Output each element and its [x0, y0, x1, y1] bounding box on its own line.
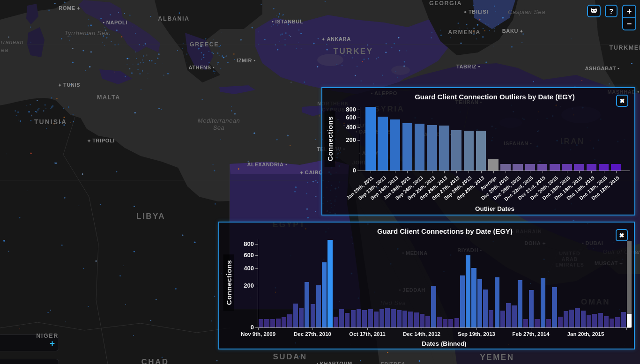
histogram-bar[interactable]: [420, 314, 424, 327]
histogram-bar[interactable]: [604, 316, 609, 327]
histogram-bar[interactable]: [610, 319, 614, 327]
histogram-bar[interactable]: [621, 312, 626, 327]
outlier-bar[interactable]: [537, 164, 548, 171]
histogram-bar[interactable]: [552, 287, 557, 327]
region-summary-card[interactable]: +: [0, 359, 59, 364]
histogram-bar[interactable]: [448, 319, 453, 327]
outlier-bar[interactable]: [451, 130, 461, 171]
histogram-bar[interactable]: [380, 309, 384, 327]
outlier-bar[interactable]: [500, 164, 511, 171]
histogram-bar[interactable]: [627, 314, 632, 327]
histogram-bar[interactable]: [259, 319, 263, 327]
outlier-bar[interactable]: [587, 164, 597, 171]
histogram-bar[interactable]: [529, 290, 534, 327]
histogram-bar[interactable]: [311, 304, 315, 327]
outlier-bar[interactable]: [574, 164, 584, 171]
close-icon[interactable]: ✖: [616, 95, 628, 107]
outlier-bar[interactable]: [513, 164, 523, 171]
histogram-bar[interactable]: [293, 304, 298, 327]
histogram-bar[interactable]: [500, 311, 505, 327]
histogram-bar[interactable]: [564, 311, 568, 327]
histogram-bar[interactable]: [414, 312, 419, 327]
histogram-bar[interactable]: [345, 313, 350, 327]
histogram-bar[interactable]: [592, 314, 597, 327]
outlier-bar[interactable]: [365, 107, 376, 171]
outlier-bar[interactable]: [390, 119, 400, 171]
histogram-bar[interactable]: [270, 319, 275, 327]
zoom-in-button[interactable]: +: [623, 6, 635, 17]
histogram-bar[interactable]: [477, 279, 482, 327]
outlier-bar[interactable]: [562, 164, 572, 171]
histogram-bar[interactable]: [506, 303, 511, 327]
histogram-bar[interactable]: [495, 277, 499, 327]
histogram-bar[interactable]: [305, 282, 309, 328]
outlier-bar[interactable]: [402, 123, 413, 171]
zoom-control: + −: [622, 5, 636, 30]
outlier-bar[interactable]: [525, 164, 536, 171]
histogram-bar[interactable]: [276, 319, 281, 327]
help-button[interactable]: ?: [605, 5, 618, 17]
histogram-bar[interactable]: [483, 290, 488, 327]
histogram-bar[interactable]: [437, 317, 442, 328]
histogram-bar[interactable]: [327, 240, 332, 327]
histogram-bar[interactable]: [615, 317, 620, 327]
histogram-bar[interactable]: [431, 286, 436, 327]
histogram-chart-plot: Connections0200400600800Nov 9th, 2009Dec…: [219, 223, 634, 349]
histogram-bar[interactable]: [541, 278, 545, 327]
outlier-bar[interactable]: [550, 164, 560, 171]
histogram-bar[interactable]: [546, 319, 551, 327]
histogram-bar[interactable]: [512, 305, 516, 328]
histogram-bar[interactable]: [334, 317, 338, 328]
outlier-bar[interactable]: [439, 126, 449, 171]
histogram-bar[interactable]: [535, 319, 539, 327]
outlier-bar[interactable]: [415, 124, 425, 171]
histogram-bar[interactable]: [322, 262, 327, 327]
histogram-bar[interactable]: [518, 280, 522, 328]
github-button[interactable]: [587, 5, 601, 17]
histogram-bar[interactable]: [287, 314, 292, 327]
histogram-bar[interactable]: [466, 255, 470, 327]
map-label: NIGER: [36, 333, 59, 339]
histogram-bar[interactable]: [575, 308, 580, 327]
histogram-bar[interactable]: [351, 310, 356, 327]
histogram-bar[interactable]: [489, 310, 493, 327]
outlier-bar[interactable]: [476, 131, 486, 171]
histogram-bar[interactable]: [316, 285, 321, 327]
histogram-bar[interactable]: [443, 319, 447, 327]
histogram-bar[interactable]: [299, 308, 304, 327]
histogram-bar[interactable]: [282, 317, 286, 327]
histogram-bar[interactable]: [408, 312, 413, 327]
histogram-bar[interactable]: [598, 313, 603, 327]
histogram-bar[interactable]: [454, 318, 459, 327]
histogram-bar[interactable]: [471, 268, 476, 327]
histogram-bar[interactable]: [558, 317, 563, 328]
outlier-bar[interactable]: [611, 164, 621, 171]
histogram-bar[interactable]: [339, 309, 344, 327]
histogram-bar[interactable]: [368, 309, 372, 327]
outlier-bar[interactable]: [488, 159, 499, 171]
y-axis-line: [360, 107, 360, 171]
outlier-bar[interactable]: [464, 131, 474, 171]
histogram-bar[interactable]: [385, 308, 390, 327]
outlier-bar[interactable]: [427, 125, 437, 171]
close-icon[interactable]: ✖: [616, 229, 628, 241]
histogram-bar[interactable]: [362, 310, 367, 327]
outlier-bar[interactable]: [378, 117, 388, 171]
histogram-bar[interactable]: [391, 309, 395, 327]
histogram-bar[interactable]: [523, 319, 528, 327]
histogram-bar[interactable]: [581, 311, 586, 327]
histogram-bar[interactable]: [264, 319, 269, 327]
outlier-bar[interactable]: [599, 164, 609, 171]
zoom-out-button[interactable]: −: [623, 18, 635, 30]
histogram-bar[interactable]: [425, 316, 430, 327]
histogram-bar[interactable]: [402, 311, 407, 327]
histogram-bar[interactable]: [374, 312, 379, 327]
expand-plus-icon[interactable]: +: [50, 339, 55, 348]
histogram-bar[interactable]: [460, 275, 465, 327]
histogram-bar[interactable]: [357, 309, 361, 327]
histogram-bar[interactable]: [397, 310, 402, 327]
histogram-bar[interactable]: [569, 310, 574, 327]
histogram-bar[interactable]: [587, 315, 591, 327]
map-viewport[interactable]: + + ROME✦●NAPOLIALBANIATyrrhenian Searra…: [0, 0, 640, 364]
x-tick: [579, 171, 580, 173]
